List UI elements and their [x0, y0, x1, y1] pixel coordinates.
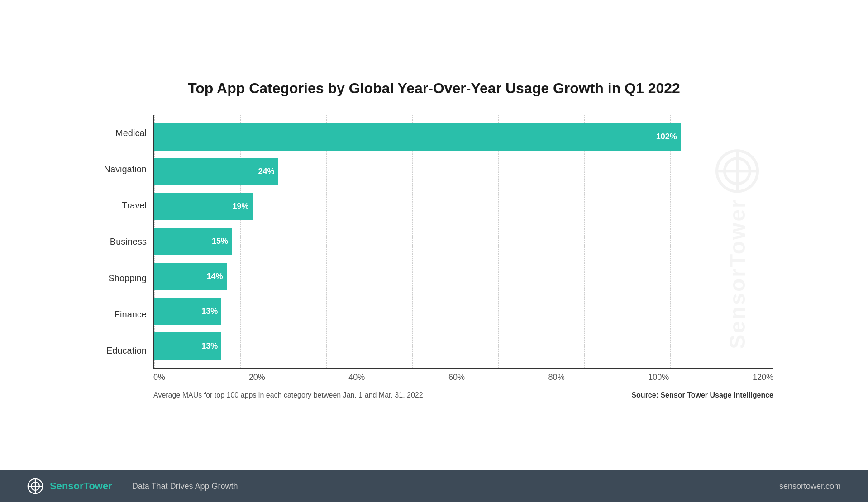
y-label-travel: Travel — [95, 188, 147, 224]
y-label-business: Business — [95, 224, 147, 260]
bar-medical: 102% — [154, 123, 681, 151]
bar-row-travel: 19% — [154, 191, 773, 223]
bar-row-navigation: 24% — [154, 156, 773, 188]
chart-area: SensorTower MedicalNavigationTravelBusin… — [95, 115, 773, 382]
bar-label-travel: 19% — [233, 202, 249, 211]
bar-travel: 19% — [154, 193, 253, 220]
x-label-3: 60% — [448, 373, 465, 382]
bars-area: 102%24%19%15%14%13%13% — [154, 115, 773, 368]
footnote-text: Average MAUs for top 100 apps in each ca… — [153, 391, 425, 399]
footer-left: SensorTower Data That Drives App Growth — [27, 478, 238, 494]
bar-label-medical: 102% — [656, 132, 677, 142]
x-axis-labels: 0%20%40%60%80%100%120% — [95, 373, 773, 382]
y-label-finance: Finance — [95, 297, 147, 333]
bar-label-finance: 13% — [201, 307, 218, 316]
x-label-2: 40% — [348, 373, 365, 382]
y-label-education: Education — [95, 333, 147, 369]
bar-label-shopping: 14% — [207, 272, 223, 281]
bar-row-medical: 102% — [154, 121, 773, 153]
x-label-1: 20% — [249, 373, 265, 382]
footer-url: sensortower.com — [779, 482, 841, 491]
y-label-navigation: Navigation — [95, 151, 147, 187]
chart-body: 102%24%19%15%14%13%13% — [153, 115, 773, 369]
bar-row-finance: 13% — [154, 295, 773, 327]
chart-title: Top App Categories by Global Year-Over-Y… — [188, 80, 680, 97]
bar-row-business: 15% — [154, 226, 773, 257]
bar-shopping: 14% — [154, 263, 227, 290]
bar-education: 13% — [154, 332, 221, 360]
x-label-0: 0% — [153, 373, 165, 382]
y-label-medical: Medical — [95, 115, 147, 151]
bar-label-navigation: 24% — [258, 167, 275, 176]
footnote-source: Source: Sensor Tower Usage Intelligence — [631, 391, 773, 399]
footnote-area: Average MAUs for top 100 apps in each ca… — [95, 391, 773, 399]
footer-brand: SensorTower — [50, 480, 112, 492]
footer-logo-icon — [27, 478, 43, 494]
y-axis-labels: MedicalNavigationTravelBusinessShoppingF… — [95, 115, 153, 369]
footer: SensorTower Data That Drives App Growth … — [0, 470, 868, 502]
x-label-6: 120% — [753, 373, 773, 382]
bar-finance: 13% — [154, 298, 221, 325]
x-label-5: 100% — [648, 373, 669, 382]
chart-container: MedicalNavigationTravelBusinessShoppingF… — [95, 115, 773, 369]
footer-tagline: Data That Drives App Growth — [132, 482, 238, 491]
bar-row-education: 13% — [154, 330, 773, 362]
bar-label-education: 13% — [201, 341, 218, 351]
bar-business: 15% — [154, 228, 232, 255]
bar-label-business: 15% — [212, 237, 228, 246]
main-content: Top App Categories by Global Year-Over-Y… — [0, 0, 868, 470]
x-label-4: 80% — [548, 373, 565, 382]
y-label-shopping: Shopping — [95, 260, 147, 296]
bar-row-shopping: 14% — [154, 260, 773, 292]
bar-navigation: 24% — [154, 158, 278, 185]
